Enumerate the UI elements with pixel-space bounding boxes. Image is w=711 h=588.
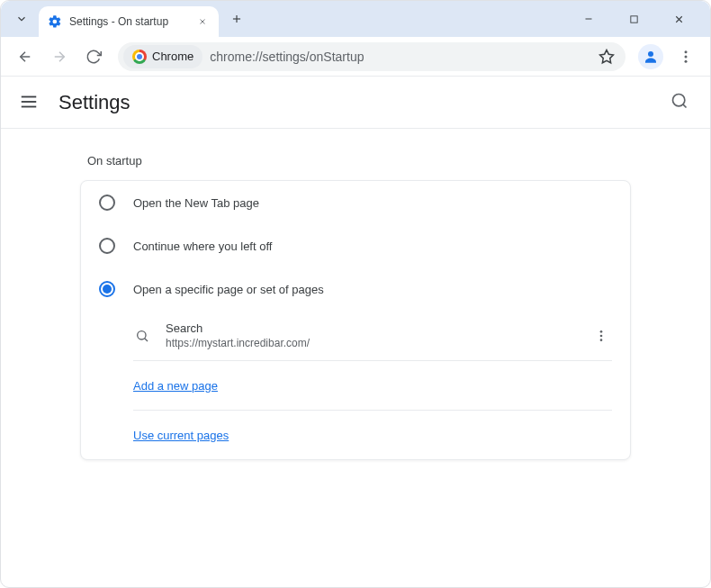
radio-specific-pages[interactable]: Open a specific page or set of pages: [81, 267, 630, 311]
svg-point-18: [673, 94, 685, 105]
svg-point-24: [600, 339, 603, 341]
svg-point-14: [685, 59, 688, 62]
url-text: chrome://settings/onStartup: [210, 50, 591, 64]
title-bar: Settings - On startup: [1, 1, 710, 37]
gear-icon: [48, 14, 62, 29]
window-controls: [570, 5, 705, 33]
svg-marker-10: [600, 50, 614, 62]
svg-line-21: [145, 338, 148, 340]
page-url: https://mystart.incredibar.com/: [166, 337, 576, 349]
search-icon[interactable]: [670, 92, 692, 113]
svg-point-22: [600, 330, 603, 333]
svg-point-20: [138, 330, 146, 339]
back-button[interactable]: [10, 41, 40, 72]
radio-open-new-tab[interactable]: Open the New Tab page: [81, 181, 630, 224]
use-current-row: Use current pages: [133, 411, 612, 459]
page-text: Search https://mystart.incredibar.com/: [166, 321, 576, 349]
startup-card: Open the New Tab page Continue where you…: [80, 180, 631, 460]
browser-tab[interactable]: Settings - On startup: [39, 6, 219, 37]
use-current-link[interactable]: Use current pages: [133, 429, 229, 442]
radio-icon: [99, 238, 115, 254]
profile-avatar[interactable]: [638, 44, 663, 69]
chrome-icon: [132, 50, 147, 64]
browser-menu-button[interactable]: [670, 41, 701, 72]
svg-line-19: [683, 104, 687, 107]
radio-icon: [99, 194, 115, 211]
address-bar[interactable]: Chrome chrome://settings/onStartup: [118, 42, 626, 71]
radio-continue-left-off[interactable]: Continue where you left off: [81, 224, 630, 267]
svg-point-23: [600, 334, 603, 337]
startup-pages-group: Search https://mystart.incredibar.com/ A…: [81, 311, 630, 459]
chip-label: Chrome: [152, 50, 194, 63]
navigation-toolbar: Chrome chrome://settings/onStartup: [1, 37, 710, 77]
reload-button[interactable]: [78, 41, 109, 72]
radio-icon: [99, 281, 115, 297]
page-title: Settings: [58, 91, 130, 114]
section-heading: On startup: [80, 154, 631, 180]
radio-label: Open the New Tab page: [133, 196, 259, 210]
forward-button[interactable]: [44, 41, 75, 72]
add-page-row: Add a new page: [133, 361, 612, 411]
svg-point-11: [648, 51, 653, 57]
radio-label: Open a specific page or set of pages: [133, 283, 324, 296]
tab-title: Settings - On startup: [69, 15, 188, 28]
close-window-button[interactable]: [660, 5, 698, 33]
settings-header: Settings: [1, 77, 710, 129]
maximize-button[interactable]: [615, 5, 652, 33]
svg-rect-5: [630, 15, 636, 22]
settings-content: On startup Open the New Tab page Continu…: [1, 129, 710, 587]
radio-label: Continue where you left off: [133, 240, 272, 253]
minimize-button[interactable]: [570, 5, 608, 33]
site-chip[interactable]: Chrome: [123, 45, 202, 68]
new-tab-button[interactable]: [224, 6, 249, 32]
svg-point-12: [685, 50, 688, 53]
svg-point-13: [685, 55, 688, 58]
globe-icon: [133, 327, 151, 345]
bookmark-star-icon[interactable]: [591, 49, 622, 65]
menu-icon[interactable]: [19, 92, 40, 113]
browser-window: Settings - On startup: [0, 0, 711, 588]
startup-page-entry: Search https://mystart.incredibar.com/: [133, 311, 612, 361]
page-actions-menu[interactable]: [590, 325, 612, 347]
close-tab-button[interactable]: [195, 14, 210, 29]
tab-search-button[interactable]: [6, 4, 37, 34]
page-title: Search: [166, 321, 576, 335]
add-page-link[interactable]: Add a new page: [133, 379, 218, 393]
